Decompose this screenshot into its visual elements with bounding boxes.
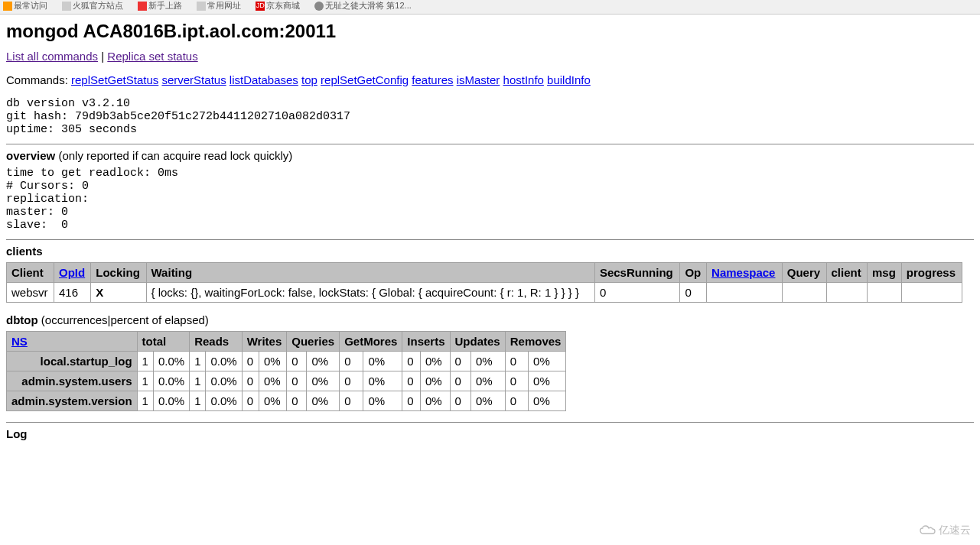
- col-header: Client: [7, 263, 54, 283]
- bookmark-item[interactable]: 新手上路: [138, 1, 188, 10]
- cell: [707, 283, 783, 303]
- cell: 0: [287, 352, 307, 371]
- link-list-all-commands[interactable]: List all commands: [6, 50, 98, 63]
- version-block: db version v3.2.10 git hash: 79d9b3ab5ce…: [6, 97, 974, 136]
- cell: websvr: [7, 283, 54, 303]
- divider: [6, 239, 974, 240]
- header-link-OpId[interactable]: OpId: [59, 266, 85, 279]
- cell: 0%: [471, 391, 506, 411]
- cell: 0.0%: [206, 391, 242, 411]
- col-header: SecsRunning: [594, 263, 680, 283]
- col-header: Locking: [91, 263, 146, 283]
- cell: 0: [287, 371, 307, 391]
- table-row: admin.system.users10.0%10.0%00%00%00%00%…: [7, 371, 566, 391]
- top-links: List all commands | Replica set status: [6, 50, 974, 63]
- bookmark-item[interactable]: 常用网址: [197, 1, 247, 10]
- cell: 0%: [421, 391, 451, 411]
- cell: [867, 283, 901, 303]
- bookmark-item[interactable]: 无耻之徒大滑将 第12...: [314, 1, 417, 10]
- col-header: Inserts: [402, 332, 450, 352]
- table-row: admin.system.version10.0%10.0%00%00%00%0…: [7, 391, 566, 411]
- cell: 0%: [259, 391, 286, 411]
- divider: [6, 422, 974, 423]
- commands-label: Commands:: [6, 73, 68, 86]
- cell: 0%: [307, 371, 340, 391]
- table-row: local.startup_log10.0%10.0%00%00%00%00%0…: [7, 352, 566, 371]
- cell: [782, 283, 826, 303]
- cell: 0: [287, 391, 307, 411]
- cell: 0.0%: [206, 371, 242, 391]
- cell: 0.0%: [153, 352, 189, 371]
- cell: 0: [450, 352, 470, 371]
- cell: 0: [450, 391, 470, 411]
- command-link-top[interactable]: top: [301, 73, 317, 86]
- command-link-replSetGetConfig[interactable]: replSetGetConfig: [321, 73, 409, 86]
- cell: 0: [594, 283, 680, 303]
- col-header: NS: [7, 332, 138, 352]
- cell: 0: [242, 391, 259, 411]
- cell: 0%: [307, 352, 340, 371]
- col-header: Namespace: [707, 263, 783, 283]
- command-link-isMaster[interactable]: isMaster: [457, 73, 500, 86]
- command-link-serverStatus[interactable]: serverStatus: [161, 73, 226, 86]
- cell: 0: [242, 371, 259, 391]
- bookmark-bar: 最常访问 火狐官方站点 新手上路 常用网址 JD京东商城 无耻之徒大滑将 第12…: [0, 0, 980, 15]
- command-link-replSetGetStatus[interactable]: replSetGetStatus: [71, 73, 158, 86]
- bookmark-item[interactable]: 最常访问: [3, 1, 54, 10]
- col-header: OpId: [54, 263, 90, 283]
- cell: 0%: [307, 391, 340, 411]
- cell: 0%: [471, 371, 506, 391]
- cell: 0%: [363, 391, 402, 411]
- header-link-NS[interactable]: NS: [11, 335, 28, 348]
- command-link-buildInfo[interactable]: buildInfo: [547, 73, 591, 86]
- col-header: total: [137, 332, 190, 352]
- col-header: client: [826, 263, 867, 283]
- clients-table: ClientOpIdLockingWaitingSecsRunningOpNam…: [6, 262, 962, 303]
- col-header: Reads: [190, 332, 243, 352]
- cell: 0: [680, 283, 707, 303]
- col-header: progress: [901, 263, 962, 283]
- cell: 1: [190, 352, 206, 371]
- cell: 0: [242, 352, 259, 371]
- col-header: Writes: [242, 332, 287, 352]
- cell: X: [91, 283, 146, 303]
- cell: 1: [190, 371, 206, 391]
- log-label: Log: [6, 427, 974, 440]
- cell: { locks: {}, waitingForLock: false, lock…: [146, 283, 594, 303]
- divider: [6, 144, 974, 144]
- cell: 0.0%: [206, 352, 242, 371]
- col-header: msg: [867, 263, 901, 283]
- cell: 0%: [421, 352, 451, 371]
- command-link-features[interactable]: features: [412, 73, 453, 86]
- cell: 0: [450, 371, 470, 391]
- link-replica-set-status[interactable]: Replica set status: [107, 50, 197, 63]
- ns-cell: local.startup_log: [7, 352, 138, 371]
- cell: [826, 283, 867, 303]
- bookmark-item[interactable]: 火狐官方站点: [62, 1, 129, 10]
- col-header: Updates: [450, 332, 505, 352]
- dbtop-label: dbtop (occurrences|percent of elapsed): [6, 313, 974, 326]
- table-row: websvr416X{ locks: {}, waitingForLock: f…: [7, 283, 962, 303]
- header-link-Namespace[interactable]: Namespace: [711, 266, 775, 279]
- cell: 0.0%: [153, 371, 189, 391]
- cell: 0: [402, 352, 421, 371]
- command-link-listDatabases[interactable]: listDatabases: [230, 73, 298, 86]
- cell: 0: [505, 371, 528, 391]
- cell: [901, 283, 962, 303]
- cell: 1: [137, 371, 153, 391]
- overview-label: overview (only reported if can acquire r…: [6, 149, 974, 162]
- cell: 1: [190, 391, 206, 411]
- command-link-hostInfo[interactable]: hostInfo: [503, 73, 544, 86]
- col-header: GetMores: [340, 332, 402, 352]
- col-header: Waiting: [146, 263, 594, 283]
- cell: 0%: [529, 352, 566, 371]
- col-header: Removes: [505, 332, 566, 352]
- cell: 0.0%: [153, 391, 189, 411]
- cell: 0: [505, 352, 528, 371]
- ns-cell: admin.system.users: [7, 371, 138, 391]
- cell: 416: [54, 283, 90, 303]
- bookmark-item[interactable]: JD京东商城: [256, 1, 306, 10]
- cell: 1: [137, 391, 153, 411]
- col-header: Query: [782, 263, 826, 283]
- cell: 0: [402, 391, 421, 411]
